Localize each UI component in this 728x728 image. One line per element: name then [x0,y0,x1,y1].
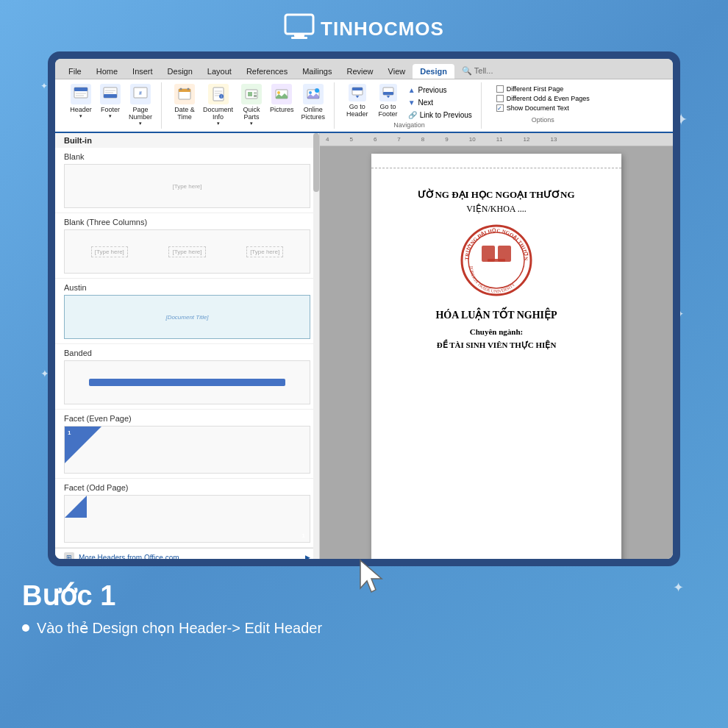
svg-rect-1 [294,34,304,37]
svg-rect-24 [248,92,252,96]
doc-thesis-title: HÓA LUẬN TỐT NGHIỆP [386,309,607,321]
university-logo-svg: TRƯỜNG ĐẠI HỌC NGOẠI THƯƠNG FOREIGN TRAD… [460,224,533,297]
page-number-icon: # [130,84,151,104]
blank-preview: [Type here] [64,164,310,208]
ruler: 4 5 6 7 8 9 10 11 12 13 [320,133,673,146]
dropdown-item-facet-odd[interactable]: Facet (Odd Page) 1 [55,479,319,548]
dropdown-item-facet-even[interactable]: Facet (Even Page) 1 [55,410,319,479]
tab-design[interactable]: Design [160,64,200,79]
date-time-label: Date & [174,106,195,113]
svg-point-16 [180,88,182,90]
quick-parts-label2: Parts [244,113,260,121]
doc-header-dashed-line [371,154,621,168]
svg-marker-44 [360,560,382,592]
tab-references[interactable]: References [239,64,295,79]
svg-rect-0 [285,15,313,34]
banded-preview [64,360,310,404]
nav-group-label: Navigation [393,121,425,129]
page-number-button[interactable]: # Page Number ▾ [126,82,155,128]
tab-design-active[interactable]: Design [413,64,454,79]
online-pictures-icon: 🌐 [303,84,324,104]
insert-buttons: Date & Time i Document Info ▾ [171,82,328,129]
go-to-footer-icon [379,84,397,101]
facet-even-title: Facet (Even Page) [64,414,310,423]
dropdown-item-austin[interactable]: Austin [Document Title] [55,279,319,344]
quick-parts-button[interactable]: Quick Parts ▾ [238,82,265,128]
header-arrow: ▾ [79,113,82,119]
online-pictures-label: Online [304,106,323,113]
link-to-previous-label: Link to Previous [420,111,472,119]
go-to-header-label2: Header [346,110,368,118]
tab-file[interactable]: File [61,64,89,79]
dropdown-item-three-columns[interactable]: Blank (Three Columns) [Type here] [Type … [55,213,319,279]
tab-review[interactable]: Review [340,64,381,79]
monitor-icon [284,13,315,41]
dropdown-section-title: Built-in [55,133,319,148]
diff-odd-even-checkbox-box [496,95,504,102]
quick-parts-arrow: ▾ [250,121,253,126]
svg-rect-17 [213,88,224,101]
svg-rect-26 [254,95,257,97]
document-page: ƯỜNG ĐẠI HỌC NGOẠI THƯƠNG VIỆN/KHOA .... [371,154,621,559]
next-nav-button[interactable]: ▼ Next [405,98,475,107]
ribbon-group-insert: Date & Time i Document Info ▾ [165,82,335,129]
go-to-footer-label2: Footer [379,110,398,118]
tab-tell[interactable]: 🔍 Tell... [454,63,501,79]
more-headers-label: More Headers from Office.com [79,554,179,560]
svg-point-15 [188,88,190,90]
svg-rect-4 [74,88,88,91]
doc-info-label: Document [203,106,233,113]
tab-layout[interactable]: Layout [200,64,239,79]
ruler-marks: 4 5 6 7 8 9 10 11 12 13 [323,136,557,143]
footer-button[interactable]: Footer ▾ [96,82,124,121]
page-number-arrow: ▾ [139,121,142,126]
scrollbar-thumb[interactable] [313,133,319,192]
star-decoration-2: ✦ [40,81,48,91]
facet-even-preview: 1 [64,426,310,474]
ribbon-tabs: File Home Insert Design Layout Reference… [55,59,673,79]
show-doc-text-checkbox[interactable]: Show Document Text [496,104,590,112]
diff-odd-even-checkbox[interactable]: Different Odd & Even Pages [496,95,590,102]
svg-rect-41 [488,259,505,262]
header-icon [71,84,91,104]
svg-rect-8 [104,94,117,98]
doc-major-label: Chuyên ngành: [386,327,607,336]
step-list-item-1: Vào thẻ Design chọn Header-> Edit Header [22,619,706,637]
doc-info-arrow: ▾ [217,121,220,126]
tab-view[interactable]: View [381,64,413,79]
svg-rect-2 [291,37,307,39]
more-headers-link[interactable]: ⊞ More Headers from Office.com ▶ [55,548,319,559]
online-pictures-label2: Pictures [301,113,326,121]
svg-text:🌐: 🌐 [315,89,318,93]
ribbon-area: Header ▾ Footer ▾ # Page [55,79,673,133]
doc-info-button[interactable]: i Document Info ▾ [200,82,236,128]
diff-first-checkbox[interactable]: Different First Page [496,85,590,93]
hf-buttons: Header ▾ Footer ▾ # Page [67,82,155,129]
dropdown-item-banded[interactable]: Banded [55,344,319,410]
tab-home[interactable]: Home [89,64,125,79]
pictures-icon [271,84,292,104]
go-to-header-button[interactable]: Go to Header [343,82,371,119]
footer-arrow: ▾ [109,113,112,119]
banded-title: Banded [64,349,310,357]
link-to-previous-button[interactable]: 🔗 Link to Previous [405,110,475,120]
previous-nav-button[interactable]: ▲ Previous [405,85,475,95]
tab-insert[interactable]: Insert [125,64,160,79]
header-button[interactable]: Header ▾ [67,82,95,121]
doc-info-icon: i [208,84,229,104]
footer-icon [100,84,121,104]
tab-mailings[interactable]: Mailings [295,64,339,79]
top-logo-area: TINHOCMOS [0,0,728,51]
step-instruction: Vào thẻ Design chọn Header-> Edit Header [37,619,322,637]
dropdown-item-blank[interactable]: Blank [Type here] [55,148,319,213]
go-to-footer-button[interactable]: Go to Footer [376,82,401,119]
doc-faculty: VIỆN/KHOA .... [386,204,607,215]
online-pictures-button[interactable]: 🌐 Online Pictures [299,82,329,122]
date-time-label2: Time [177,113,192,121]
pictures-button[interactable]: Pictures [267,82,297,115]
svg-text:i: i [221,94,221,99]
quick-parts-icon [241,84,262,104]
date-time-button[interactable]: Date & Time [171,82,199,122]
diff-first-label: Different First Page [507,85,563,93]
doc-university-name: ƯỜNG ĐẠI HỌC NGOẠI THƯƠNG [386,189,607,201]
